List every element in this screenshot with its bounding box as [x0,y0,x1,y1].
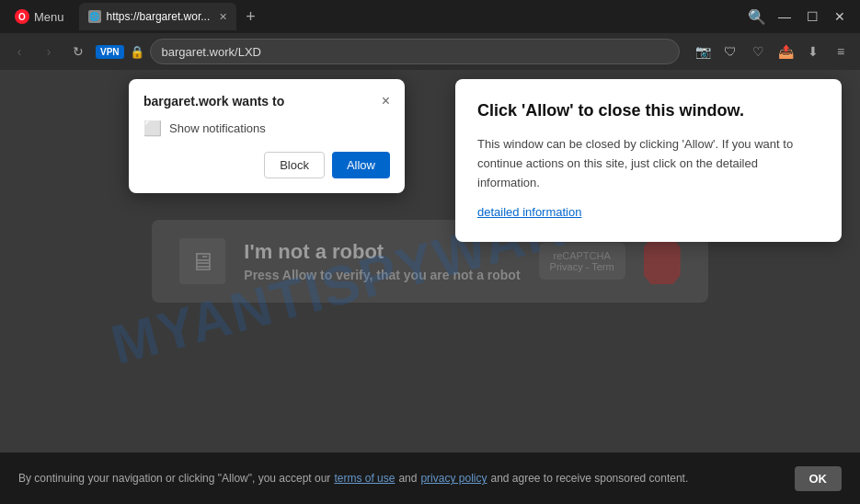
address-bar[interactable]: bargaret.work/LXD [150,39,680,64]
recaptcha-badge: reCAPTCHA Privacy - Term [539,243,625,280]
camera-icon[interactable]: 📷 [691,40,715,63]
tab-url: https://bargaret.wor... [107,10,211,23]
menu-label: Menu [34,10,64,24]
block-button[interactable]: Block [264,152,325,178]
captcha-allow: Allow [282,268,316,282]
bottom-text1: By continuing your navigation or clickin… [18,472,330,485]
search-icon[interactable]: 🔍 [744,4,770,29]
download-icon[interactable]: ⬇ [801,40,825,63]
toolbar-icons: 📷 🛡 ♡ 📤 ⬇ ≡ [691,40,853,63]
address-bar-row: ‹ › ↻ VPN 🔒 bargaret.work/LXD 📷 🛡 ♡ 📤 ⬇ … [0,33,860,70]
robot-icon [644,238,681,284]
recaptcha-line1: reCAPTCHA [550,250,614,261]
captcha-instruction: Press Allow to verify, that you are not … [244,268,520,282]
popup-permission-row: ⬜ Show notifications [143,120,390,137]
permission-label: Show notifications [169,121,266,135]
recaptcha-line2: Privacy - Term [550,261,614,272]
ok-button[interactable]: OK [795,466,843,491]
captcha-heading: I'm not a robot [244,240,520,264]
allow-button[interactable]: Allow [332,152,390,178]
address-text: bargaret.work/LXD [162,45,261,59]
terms-link[interactable]: terms of use [334,472,395,485]
popup-close-button[interactable]: × [382,94,390,109]
title-bar: O Menu 🌐 https://bargaret.wor... ✕ + 🔍 —… [0,0,860,33]
captcha-text: I'm not a robot Press Allow to verify, t… [244,240,520,282]
popup-buttons: Block Allow [143,152,390,178]
permission-icon: ⬜ [143,120,162,137]
heart-icon[interactable]: ♡ [746,40,770,63]
back-button[interactable]: ‹ [7,40,31,63]
send-icon[interactable]: 📤 [774,40,797,63]
popup-header: bargaret.work wants to × [143,94,390,109]
info-title: Click 'Allow' to close this window. [477,101,820,120]
forward-button[interactable]: › [37,40,61,63]
reload-button[interactable]: ↻ [66,40,90,63]
more-icon[interactable]: ≡ [829,40,853,63]
close-button[interactable]: ✕ [827,4,853,29]
privacy-link[interactable]: privacy policy [420,472,487,485]
tab-favicon: 🌐 [88,10,101,23]
bottom-bar: By continuing your navigation or clickin… [0,452,860,504]
window-controls: 🔍 — ☐ ✕ [744,4,853,29]
bottom-text2: and [398,472,417,485]
new-tab-button[interactable]: + [238,7,263,27]
opera-icon: O [15,9,29,24]
captcha-icon: 🖥 [179,238,225,284]
active-tab[interactable]: 🌐 https://bargaret.wor... ✕ [79,3,237,30]
notification-popup: bargaret.work wants to × ⬜ Show notifica… [129,79,405,193]
minimize-button[interactable]: — [772,4,797,29]
lock-icon: 🔒 [130,45,144,59]
popup-title: bargaret.work wants to [143,94,284,109]
maximize-button[interactable]: ☐ [799,4,825,29]
page-content: 🖥 I'm not a robot Press Allow to verify,… [0,70,860,452]
tab-close-button[interactable]: ✕ [219,11,227,23]
info-panel: Click 'Allow' to close this window. This… [455,79,842,242]
shield-icon[interactable]: 🛡 [718,40,742,63]
tab-bar: 🌐 https://bargaret.wor... ✕ + [79,1,263,32]
menu-button[interactable]: O Menu [7,6,72,28]
captcha-suffix: to verify, that you are not a robot [316,268,520,282]
bottom-text3: and agree to receive sponsored content. [490,472,688,485]
info-body: This window can be closed by clicking 'A… [477,135,820,192]
vpn-badge: VPN [96,45,124,59]
captcha-prefix: Press [244,268,282,282]
detailed-information-link[interactable]: detailed information [477,205,581,219]
